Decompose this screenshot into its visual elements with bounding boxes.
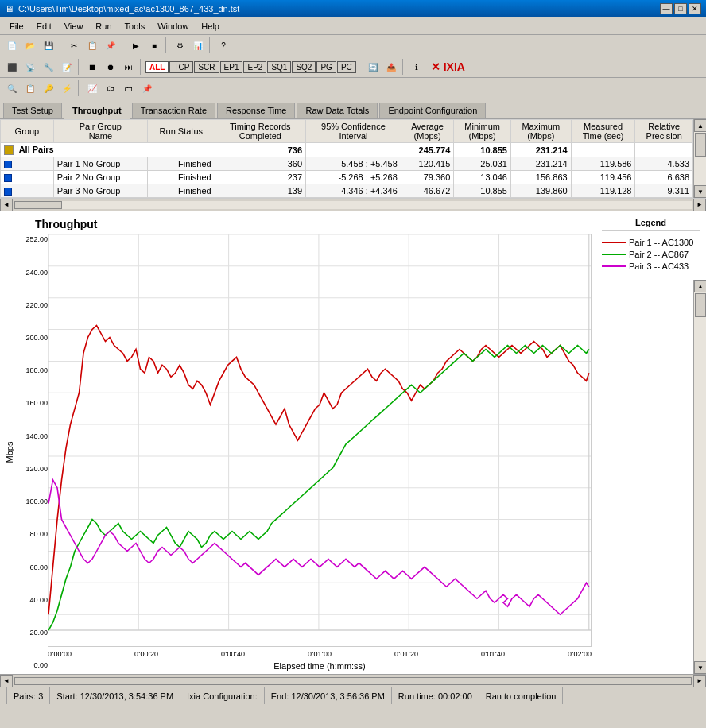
- tb2-btn5[interactable]: ⏹: [83, 58, 101, 76]
- cut-button[interactable]: ✂: [65, 37, 83, 54]
- row2-name: Pair 2 No Group: [53, 171, 147, 184]
- tb3-btn7[interactable]: 🗃: [120, 79, 138, 97]
- col-confidence: 95% ConfidenceInterval: [306, 120, 401, 143]
- col-pair-name: Pair GroupName: [53, 120, 147, 143]
- all-label[interactable]: ALL: [145, 61, 169, 73]
- tag-ep2[interactable]: EP2: [243, 61, 266, 73]
- tab-throughput[interactable]: Throughput: [64, 103, 130, 119]
- menu-tools[interactable]: Tools: [118, 20, 152, 33]
- settings-button[interactable]: ⚙: [171, 37, 188, 54]
- tb3-btn5[interactable]: 📈: [83, 79, 101, 97]
- menu-file[interactable]: File: [3, 20, 30, 33]
- tb2-btn1[interactable]: ⬛: [3, 58, 21, 76]
- tag-tcp[interactable]: TCP: [169, 61, 193, 73]
- tb2-btn6[interactable]: ⏺: [102, 58, 119, 76]
- tab-response-time[interactable]: Response Time: [217, 103, 295, 118]
- chart-scroll-thumb[interactable]: [695, 293, 706, 317]
- table-scrollbar[interactable]: ▲ ▼: [693, 119, 706, 198]
- y-tick: 140.00: [16, 432, 48, 440]
- close-button[interactable]: ✕: [689, 3, 701, 14]
- row2-records: 237: [215, 171, 305, 184]
- toolbar-sep-1: [60, 37, 63, 53]
- save-button[interactable]: 💾: [40, 37, 57, 54]
- maximize-button[interactable]: □: [674, 3, 687, 14]
- tab-raw-data-totals[interactable]: Raw Data Totals: [297, 103, 378, 118]
- col-measured: MeasuredTime (sec): [571, 120, 635, 143]
- run-button[interactable]: ▶: [127, 37, 145, 54]
- chart-button[interactable]: 📊: [189, 37, 207, 54]
- tb2-btn2[interactable]: 📡: [21, 58, 39, 76]
- menu-bar: File Edit View Run Tools Window Help: [0, 17, 706, 35]
- paste-button[interactable]: 📌: [102, 37, 119, 54]
- copy-button[interactable]: 📋: [83, 37, 101, 54]
- chart-h-track[interactable]: [14, 677, 692, 685]
- scrollbar-down[interactable]: ▼: [694, 185, 706, 198]
- new-button[interactable]: 📄: [3, 37, 21, 54]
- refresh-button[interactable]: 🔄: [364, 58, 382, 76]
- col-maximum: Maximum(Mbps): [510, 120, 571, 143]
- menu-view[interactable]: View: [58, 20, 90, 33]
- row3-meas: 119.128: [571, 184, 635, 198]
- scroll-left-btn[interactable]: ◄: [0, 199, 13, 211]
- h-scroll-thumb[interactable]: [14, 201, 62, 209]
- chart-h-thumb[interactable]: [14, 677, 692, 685]
- legend-panel: Legend Pair 1 -- AC1300 Pair 2 -- AC867 …: [595, 211, 706, 280]
- tab-endpoint-config[interactable]: Endpoint Configuration: [379, 103, 486, 118]
- tb3-btn4[interactable]: ⚡: [58, 79, 76, 97]
- row1-name: Pair 1 No Group: [53, 157, 147, 171]
- scrollbar-track[interactable]: [694, 132, 706, 185]
- toolbar-sep-7: [359, 59, 362, 75]
- tag-pg[interactable]: PG: [316, 61, 336, 73]
- tb3-btn2[interactable]: 📋: [21, 79, 39, 97]
- scroll-right-btn[interactable]: ►: [693, 199, 706, 211]
- tb3-btn3[interactable]: 🔑: [40, 79, 57, 97]
- tab-bar: Test Setup Throughput Transaction Rate R…: [0, 99, 706, 119]
- tag-pc[interactable]: PC: [337, 61, 356, 73]
- tb2-btn3[interactable]: 🔧: [40, 58, 57, 76]
- tb2-btn4[interactable]: 📝: [58, 58, 76, 76]
- row3-min: 10.855: [454, 184, 511, 198]
- chart-scroll-track[interactable]: [694, 292, 706, 661]
- row3-max: 139.860: [510, 184, 571, 198]
- x-tick: 0:01:40: [481, 650, 505, 658]
- x-tick: 0:01:00: [308, 650, 332, 658]
- export-button[interactable]: 📤: [382, 58, 400, 76]
- tab-test-setup[interactable]: Test Setup: [3, 103, 62, 118]
- tb3-btn6[interactable]: 🗂: [102, 79, 119, 97]
- chart-scroll-up[interactable]: ▲: [694, 280, 706, 292]
- tab-transaction-rate[interactable]: Transaction Rate: [132, 103, 215, 118]
- open-button[interactable]: 📂: [21, 37, 39, 54]
- menu-help[interactable]: Help: [195, 20, 226, 33]
- y-tick: 100.00: [16, 498, 48, 505]
- help-button[interactable]: ?: [215, 37, 232, 54]
- h-scroll-track[interactable]: [14, 201, 692, 209]
- toolbar-3: 🔍 📋 🔑 ⚡ 📈 🗂 🗃 📌: [0, 78, 706, 99]
- tag-sq2[interactable]: SQ2: [292, 61, 316, 73]
- chart-scroll-right[interactable]: ►: [693, 675, 706, 687]
- menu-run[interactable]: Run: [89, 20, 118, 33]
- scrollbar-thumb[interactable]: [695, 133, 706, 157]
- tb2-btn7[interactable]: ⏭: [120, 58, 138, 76]
- y-tick: 80.00: [16, 530, 48, 538]
- tb3-btn1[interactable]: 🔍: [3, 79, 21, 97]
- tag-scr[interactable]: SCR: [194, 61, 219, 73]
- minimize-button[interactable]: —: [660, 3, 673, 14]
- stop-button[interactable]: ■: [145, 37, 163, 54]
- table-row: Pair 3 No Group Finished 139 -4.346 : +4…: [1, 184, 693, 198]
- chart-scroll-left[interactable]: ◄: [0, 675, 13, 687]
- chart-h-scrollbar[interactable]: ◄ ►: [0, 674, 706, 687]
- menu-edit[interactable]: Edit: [30, 20, 58, 33]
- tag-sq1[interactable]: SQ1: [267, 61, 291, 73]
- row2-avg: 79.360: [401, 171, 453, 184]
- scrollbar-up[interactable]: ▲: [694, 119, 706, 132]
- table-row: Pair 2 No Group Finished 237 -5.268 : +5…: [1, 171, 693, 184]
- tag-ep1[interactable]: EP1: [220, 61, 243, 73]
- info-button[interactable]: ℹ: [408, 58, 425, 76]
- tb3-btn8[interactable]: 📌: [138, 79, 156, 97]
- chart-scrollbar[interactable]: ▲ ▼: [693, 280, 706, 674]
- h-scrollbar[interactable]: ◄ ►: [0, 199, 706, 211]
- title-bar: 🖥 C:\Users\Tim\Desktop\mixed_ac\ac1300_8…: [0, 0, 706, 17]
- ixia-logo: ✕ IXIA: [431, 60, 465, 73]
- menu-window[interactable]: Window: [151, 20, 195, 33]
- chart-scroll-down[interactable]: ▼: [694, 661, 706, 674]
